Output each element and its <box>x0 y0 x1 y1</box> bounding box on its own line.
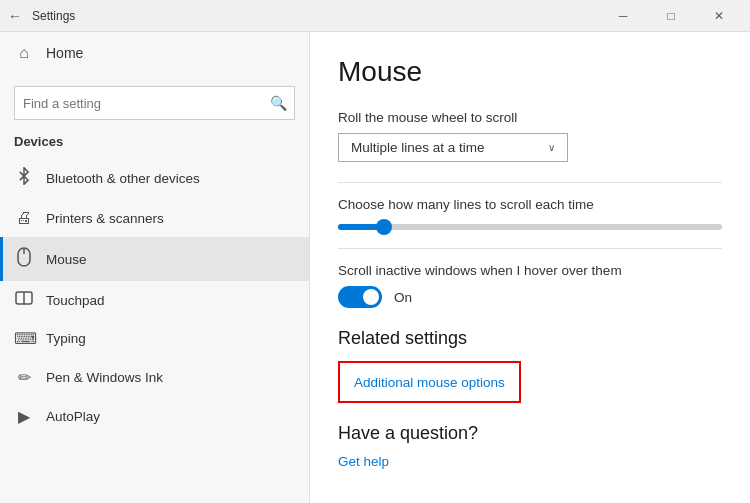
toggle-knob <box>363 289 379 305</box>
app-body: ⌂ Home 🔍 Devices Bluetooth & other devic… <box>0 32 750 503</box>
sidebar-item-mouse-label: Mouse <box>46 252 87 267</box>
bluetooth-icon <box>14 167 34 189</box>
pen-icon: ✏ <box>14 368 34 387</box>
touchpad-icon <box>14 291 34 309</box>
search-input[interactable] <box>15 96 262 111</box>
get-help-link[interactable]: Get help <box>338 454 389 469</box>
sidebar-home-label: Home <box>46 45 83 61</box>
divider-2 <box>338 248 722 249</box>
scroll-dropdown-value: Multiple lines at a time <box>351 140 485 155</box>
toggle-row: On <box>338 286 722 308</box>
sidebar-section-label: Devices <box>0 130 309 157</box>
inactive-scroll-toggle[interactable] <box>338 286 382 308</box>
additional-mouse-options-box[interactable]: Additional mouse options <box>338 361 521 403</box>
sidebar-item-typing-label: Typing <box>46 331 86 346</box>
sidebar-item-pen[interactable]: ✏ Pen & Windows Ink <box>0 358 309 397</box>
related-settings-title: Related settings <box>338 328 722 349</box>
sidebar-item-autoplay-label: AutoPlay <box>46 409 100 424</box>
question-title: Have a question? <box>338 423 722 444</box>
autoplay-icon: ▶ <box>14 407 34 426</box>
printers-icon: 🖨 <box>14 209 34 227</box>
close-button[interactable]: ✕ <box>696 0 742 32</box>
titlebar: ← Settings ─ □ ✕ <box>0 0 750 32</box>
roll-label: Roll the mouse wheel to scroll <box>338 110 722 125</box>
mouse-icon <box>14 247 34 271</box>
window-controls: ─ □ ✕ <box>600 0 742 32</box>
sidebar-item-bluetooth-label: Bluetooth & other devices <box>46 171 200 186</box>
chevron-down-icon: ∨ <box>548 142 555 153</box>
minimize-button[interactable]: ─ <box>600 0 646 32</box>
sidebar-item-autoplay[interactable]: ▶ AutoPlay <box>0 397 309 436</box>
search-icon[interactable]: 🔍 <box>262 87 294 119</box>
home-icon: ⌂ <box>14 44 34 62</box>
sidebar-item-bluetooth[interactable]: Bluetooth & other devices <box>0 157 309 199</box>
sidebar-item-printers[interactable]: 🖨 Printers & scanners <box>0 199 309 237</box>
slider-section: Choose how many lines to scroll each tim… <box>338 197 722 230</box>
sidebar-item-pen-label: Pen & Windows Ink <box>46 370 163 385</box>
sidebar-search-box: 🔍 <box>14 86 295 120</box>
sidebar-item-home[interactable]: ⌂ Home <box>0 32 309 74</box>
sidebar-item-touchpad-label: Touchpad <box>46 293 105 308</box>
divider <box>338 182 722 183</box>
toggle-on-label: On <box>394 290 412 305</box>
slider-thumb[interactable] <box>376 219 392 235</box>
scroll-dropdown[interactable]: Multiple lines at a time ∨ <box>338 133 568 162</box>
inactive-label: Scroll inactive windows when I hover ove… <box>338 263 722 278</box>
back-button[interactable]: ← <box>8 8 22 24</box>
maximize-button[interactable]: □ <box>648 0 694 32</box>
sidebar-item-touchpad[interactable]: Touchpad <box>0 281 309 319</box>
titlebar-title: Settings <box>32 9 600 23</box>
content-area: Mouse Roll the mouse wheel to scroll Mul… <box>310 32 750 503</box>
additional-mouse-options-link[interactable]: Additional mouse options <box>354 375 505 390</box>
sidebar-item-typing[interactable]: ⌨ Typing <box>0 319 309 358</box>
scroll-slider-track[interactable] <box>338 224 722 230</box>
typing-icon: ⌨ <box>14 329 34 348</box>
sidebar-item-printers-label: Printers & scanners <box>46 211 164 226</box>
sidebar-item-mouse[interactable]: Mouse <box>0 237 309 281</box>
sidebar: ⌂ Home 🔍 Devices Bluetooth & other devic… <box>0 32 310 503</box>
page-title: Mouse <box>338 56 722 88</box>
lines-label: Choose how many lines to scroll each tim… <box>338 197 722 212</box>
